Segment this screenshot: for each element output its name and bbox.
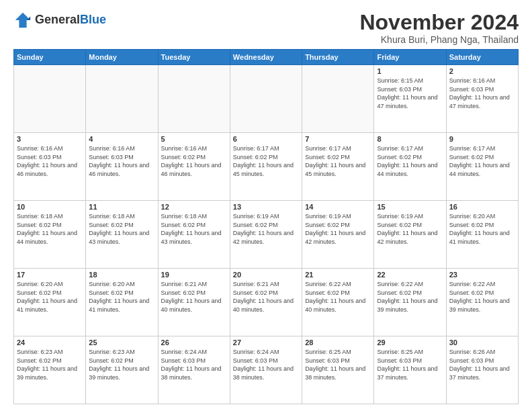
day-number: 6 xyxy=(233,135,299,143)
empty-cell xyxy=(86,65,158,133)
day-cell-4: 4Sunrise: 6:16 AMSunset: 6:03 PMDaylight… xyxy=(86,133,158,201)
day-cell-24: 24Sunrise: 6:23 AMSunset: 6:02 PMDayligh… xyxy=(14,336,86,404)
logo-text: General Blue xyxy=(35,13,106,27)
empty-cell xyxy=(158,65,230,133)
day-cell-9: 9Sunrise: 6:17 AMSunset: 6:02 PMDaylight… xyxy=(446,133,518,201)
day-cell-29: 29Sunrise: 6:25 AMSunset: 6:03 PMDayligh… xyxy=(374,336,446,404)
day-number: 27 xyxy=(233,338,299,347)
day-number: 1 xyxy=(377,67,443,75)
day-cell-13: 13Sunrise: 6:19 AMSunset: 6:02 PMDayligh… xyxy=(230,201,302,269)
month-title: November 2024 xyxy=(359,11,519,34)
day-cell-6: 6Sunrise: 6:17 AMSunset: 6:02 PMDaylight… xyxy=(230,133,302,201)
day-cell-1: 1Sunrise: 6:15 AMSunset: 6:03 PMDaylight… xyxy=(374,65,446,133)
day-number: 18 xyxy=(89,271,154,279)
day-number: 9 xyxy=(449,135,515,143)
day-cell-7: 7Sunrise: 6:17 AMSunset: 6:02 PMDaylight… xyxy=(302,133,374,201)
day-info: Sunrise: 6:16 AMSunset: 6:02 PMDaylight:… xyxy=(161,144,227,178)
logo-area: General Blue xyxy=(13,11,106,30)
logo-general: General xyxy=(35,13,80,27)
calendar: SundayMondayTuesdayWednesdayThursdayFrid… xyxy=(13,49,519,404)
day-info: Sunrise: 6:18 AMSunset: 6:02 PMDaylight:… xyxy=(161,212,227,246)
page: General Blue November 2024 Khura Buri, P… xyxy=(0,0,532,411)
day-cell-10: 10Sunrise: 6:18 AMSunset: 6:02 PMDayligh… xyxy=(14,201,86,269)
day-info: Sunrise: 6:19 AMSunset: 6:02 PMDaylight:… xyxy=(377,212,443,246)
day-number: 17 xyxy=(17,271,83,279)
weekday-header-saturday: Saturday xyxy=(446,50,518,65)
day-number: 20 xyxy=(233,271,299,279)
day-number: 16 xyxy=(449,203,515,211)
day-cell-12: 12Sunrise: 6:18 AMSunset: 6:02 PMDayligh… xyxy=(158,201,230,269)
day-info: Sunrise: 6:21 AMSunset: 6:02 PMDaylight:… xyxy=(161,280,227,314)
day-cell-20: 20Sunrise: 6:21 AMSunset: 6:02 PMDayligh… xyxy=(230,269,302,336)
day-cell-15: 15Sunrise: 6:19 AMSunset: 6:02 PMDayligh… xyxy=(374,201,446,269)
week-row-5: 24Sunrise: 6:23 AMSunset: 6:02 PMDayligh… xyxy=(14,336,519,404)
day-cell-30: 30Sunrise: 6:26 AMSunset: 6:03 PMDayligh… xyxy=(446,336,518,404)
day-number: 2 xyxy=(449,67,515,75)
day-cell-27: 27Sunrise: 6:24 AMSunset: 6:03 PMDayligh… xyxy=(230,336,302,404)
day-info: Sunrise: 6:20 AMSunset: 6:02 PMDaylight:… xyxy=(89,280,154,314)
day-cell-8: 8Sunrise: 6:17 AMSunset: 6:02 PMDaylight… xyxy=(374,133,446,201)
day-number: 30 xyxy=(449,338,515,347)
logo-icon xyxy=(13,11,32,30)
day-cell-21: 21Sunrise: 6:22 AMSunset: 6:02 PMDayligh… xyxy=(302,269,374,336)
weekday-header-wednesday: Wednesday xyxy=(230,50,302,65)
day-cell-11: 11Sunrise: 6:18 AMSunset: 6:02 PMDayligh… xyxy=(86,201,158,269)
day-number: 14 xyxy=(305,203,371,211)
day-info: Sunrise: 6:23 AMSunset: 6:02 PMDaylight:… xyxy=(17,348,83,381)
day-number: 21 xyxy=(305,271,371,279)
weekday-header-monday: Monday xyxy=(86,50,158,65)
day-info: Sunrise: 6:22 AMSunset: 6:02 PMDaylight:… xyxy=(305,280,371,314)
weekday-header-thursday: Thursday xyxy=(302,50,374,65)
day-info: Sunrise: 6:20 AMSunset: 6:02 PMDaylight:… xyxy=(17,280,83,314)
day-number: 26 xyxy=(161,338,227,347)
day-info: Sunrise: 6:17 AMSunset: 6:02 PMDaylight:… xyxy=(305,144,371,178)
day-cell-5: 5Sunrise: 6:16 AMSunset: 6:02 PMDaylight… xyxy=(158,133,230,201)
day-cell-28: 28Sunrise: 6:25 AMSunset: 6:03 PMDayligh… xyxy=(302,336,374,404)
week-row-1: 1Sunrise: 6:15 AMSunset: 6:03 PMDaylight… xyxy=(14,65,519,133)
day-number: 15 xyxy=(377,203,443,211)
day-info: Sunrise: 6:18 AMSunset: 6:02 PMDaylight:… xyxy=(89,212,154,246)
day-info: Sunrise: 6:15 AMSunset: 6:03 PMDaylight:… xyxy=(377,77,443,110)
weekday-header-tuesday: Tuesday xyxy=(158,50,230,65)
day-info: Sunrise: 6:18 AMSunset: 6:02 PMDaylight:… xyxy=(17,212,83,246)
day-number: 11 xyxy=(89,203,154,211)
week-row-3: 10Sunrise: 6:18 AMSunset: 6:02 PMDayligh… xyxy=(14,201,519,269)
day-number: 25 xyxy=(89,338,154,347)
day-info: Sunrise: 6:26 AMSunset: 6:03 PMDaylight:… xyxy=(449,348,515,381)
day-number: 3 xyxy=(17,135,83,143)
day-cell-26: 26Sunrise: 6:24 AMSunset: 6:03 PMDayligh… xyxy=(158,336,230,404)
weekday-header-sunday: Sunday xyxy=(14,50,86,65)
day-cell-19: 19Sunrise: 6:21 AMSunset: 6:02 PMDayligh… xyxy=(158,269,230,336)
day-number: 29 xyxy=(377,338,443,347)
day-cell-16: 16Sunrise: 6:20 AMSunset: 6:02 PMDayligh… xyxy=(446,201,518,269)
day-number: 12 xyxy=(161,203,227,211)
empty-cell xyxy=(14,65,86,133)
day-number: 8 xyxy=(377,135,443,143)
day-number: 10 xyxy=(17,203,83,211)
day-number: 24 xyxy=(17,338,83,347)
week-row-2: 3Sunrise: 6:16 AMSunset: 6:03 PMDaylight… xyxy=(14,133,519,201)
header: General Blue November 2024 Khura Buri, P… xyxy=(13,11,519,45)
day-info: Sunrise: 6:21 AMSunset: 6:02 PMDaylight:… xyxy=(233,280,299,314)
day-info: Sunrise: 6:17 AMSunset: 6:02 PMDaylight:… xyxy=(233,144,299,178)
day-cell-2: 2Sunrise: 6:16 AMSunset: 6:03 PMDaylight… xyxy=(446,65,518,133)
location-title: Khura Buri, Phang Nga, Thailand xyxy=(359,34,519,45)
weekday-header-friday: Friday xyxy=(374,50,446,65)
day-info: Sunrise: 6:17 AMSunset: 6:02 PMDaylight:… xyxy=(449,144,515,178)
day-info: Sunrise: 6:24 AMSunset: 6:03 PMDaylight:… xyxy=(161,348,227,381)
day-cell-3: 3Sunrise: 6:16 AMSunset: 6:03 PMDaylight… xyxy=(14,133,86,201)
empty-cell xyxy=(230,65,302,133)
day-info: Sunrise: 6:22 AMSunset: 6:02 PMDaylight:… xyxy=(449,280,515,314)
day-info: Sunrise: 6:20 AMSunset: 6:02 PMDaylight:… xyxy=(449,212,515,246)
empty-cell xyxy=(302,65,374,133)
title-area: November 2024 Khura Buri, Phang Nga, Tha… xyxy=(359,11,519,45)
day-info: Sunrise: 6:16 AMSunset: 6:03 PMDaylight:… xyxy=(17,144,83,178)
day-cell-14: 14Sunrise: 6:19 AMSunset: 6:02 PMDayligh… xyxy=(302,201,374,269)
calendar-body: 1Sunrise: 6:15 AMSunset: 6:03 PMDaylight… xyxy=(14,65,519,404)
week-row-4: 17Sunrise: 6:20 AMSunset: 6:02 PMDayligh… xyxy=(14,269,519,336)
day-info: Sunrise: 6:19 AMSunset: 6:02 PMDaylight:… xyxy=(305,212,371,246)
day-cell-25: 25Sunrise: 6:23 AMSunset: 6:02 PMDayligh… xyxy=(86,336,158,404)
day-cell-18: 18Sunrise: 6:20 AMSunset: 6:02 PMDayligh… xyxy=(86,269,158,336)
day-cell-22: 22Sunrise: 6:22 AMSunset: 6:02 PMDayligh… xyxy=(374,269,446,336)
logo-blue: Blue xyxy=(80,13,106,27)
